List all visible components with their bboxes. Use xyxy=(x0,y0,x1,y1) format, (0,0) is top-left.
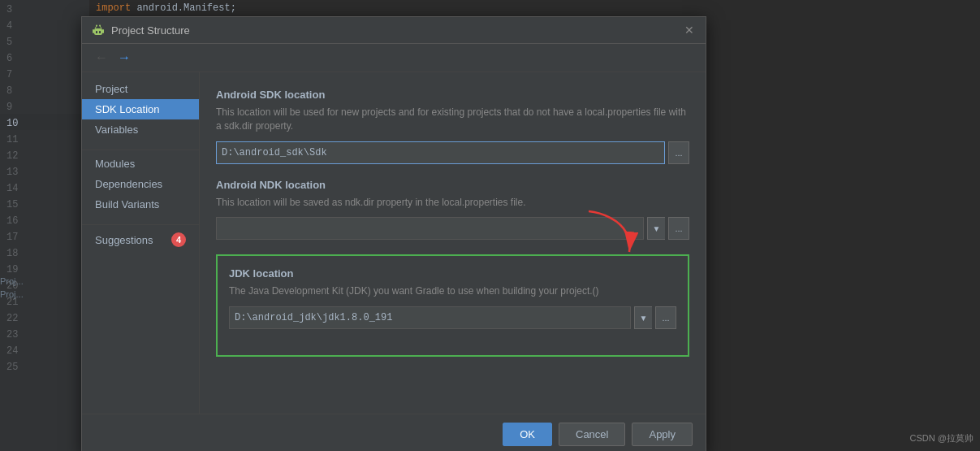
dialog-sidebar: Project SDK Location Variables Modules D… xyxy=(82,72,200,414)
ndk-dropdown-button[interactable]: ▼ xyxy=(647,217,665,240)
dialog-title: Project Structure xyxy=(111,24,676,37)
dialog-titlebar: Project Structure ✕ xyxy=(82,17,706,44)
sidebar-item-modules[interactable]: Modules xyxy=(82,154,199,174)
line-10: 10 xyxy=(0,114,89,130)
svg-point-7 xyxy=(96,25,97,27)
sidebar-item-variables[interactable]: Variables xyxy=(82,119,199,140)
sidebar-item-build-variants[interactable]: Build Variants xyxy=(82,194,199,215)
line-9: 9 xyxy=(0,98,89,114)
sdk-section-desc: This location will be used for new proje… xyxy=(216,106,689,133)
close-button[interactable]: ✕ xyxy=(683,24,696,37)
sdk-path-input[interactable] xyxy=(216,141,665,164)
nav-arrows: ← → xyxy=(82,44,706,72)
jdk-section-title: JDK location xyxy=(229,267,676,280)
jdk-path-row: ▼ ... xyxy=(229,306,676,329)
watermark: CSDN @拉莫帅 xyxy=(910,432,974,444)
jdk-browse-button[interactable]: ... xyxy=(655,306,676,329)
dialog-main-content: Android SDK location This location will … xyxy=(200,72,706,414)
line-22: 22 xyxy=(0,309,89,325)
code-line-3: import android.Manifest; xyxy=(89,0,980,16)
cancel-button[interactable]: Cancel xyxy=(559,423,625,446)
line-3: 3 xyxy=(0,0,89,16)
svg-rect-3 xyxy=(96,31,97,33)
svg-point-8 xyxy=(99,25,101,27)
sidebar-divider-1 xyxy=(82,150,199,150)
project-labels: Proj... Proj... xyxy=(0,138,73,301)
suggestions-label: Suggestions xyxy=(95,234,153,246)
sidebar-item-dependencies[interactable]: Dependencies xyxy=(82,174,199,194)
svg-rect-1 xyxy=(93,29,94,33)
line-5: 5 xyxy=(0,33,89,49)
line-24: 24 xyxy=(0,341,89,358)
jdk-dropdown-button[interactable]: ▼ xyxy=(634,306,652,329)
sidebar-item-project[interactable]: Project xyxy=(82,79,199,99)
svg-rect-4 xyxy=(99,31,101,33)
line-6: 6 xyxy=(0,49,89,65)
sdk-section-title: Android SDK location xyxy=(216,89,689,101)
project-structure-dialog: Project Structure ✕ ← → Project SDK Loca… xyxy=(81,16,706,451)
sdk-browse-button[interactable]: ... xyxy=(668,141,689,164)
apply-button[interactable]: Apply xyxy=(632,423,693,446)
ndk-section-desc: This location will be saved as ndk.dir p… xyxy=(216,196,689,210)
jdk-section-desc: The Java Development Kit (JDK) you want … xyxy=(229,284,676,298)
dialog-footer: OK Cancel Apply xyxy=(82,414,706,451)
sidebar-item-sdk-location[interactable]: SDK Location xyxy=(82,99,199,119)
jdk-path-input[interactable] xyxy=(229,306,631,329)
forward-arrow[interactable]: → xyxy=(114,49,134,67)
back-arrow[interactable]: ← xyxy=(92,49,111,67)
sidebar-section-middle: Modules Dependencies Build Variants xyxy=(82,154,199,215)
ndk-browse-button[interactable]: ... xyxy=(668,217,689,240)
sidebar-item-suggestions[interactable]: Suggestions 4 xyxy=(82,228,199,251)
android-icon xyxy=(92,24,105,37)
ndk-path-row: ▼ ... xyxy=(216,217,689,240)
ndk-section-title: Android NDK location xyxy=(216,179,689,191)
ndk-path-input[interactable] xyxy=(216,217,644,240)
line-23: 23 xyxy=(0,325,89,341)
suggestions-badge: 4 xyxy=(171,232,186,247)
line-8: 8 xyxy=(0,81,89,98)
sidebar-section-top: Project SDK Location Variables xyxy=(82,79,199,140)
svg-rect-0 xyxy=(94,28,102,35)
svg-rect-2 xyxy=(102,29,104,33)
sdk-path-row: ... xyxy=(216,141,689,164)
sidebar-section-bottom: Suggestions 4 xyxy=(82,228,199,251)
sidebar-divider-2 xyxy=(82,224,199,225)
line-7: 7 xyxy=(0,65,89,81)
line-25: 25 xyxy=(0,358,89,374)
dialog-body: Project SDK Location Variables Modules D… xyxy=(82,72,706,414)
jdk-section: JDK location The Java Development Kit (J… xyxy=(216,254,689,357)
line-4: 4 xyxy=(0,16,89,33)
ok-button[interactable]: OK xyxy=(503,423,552,446)
